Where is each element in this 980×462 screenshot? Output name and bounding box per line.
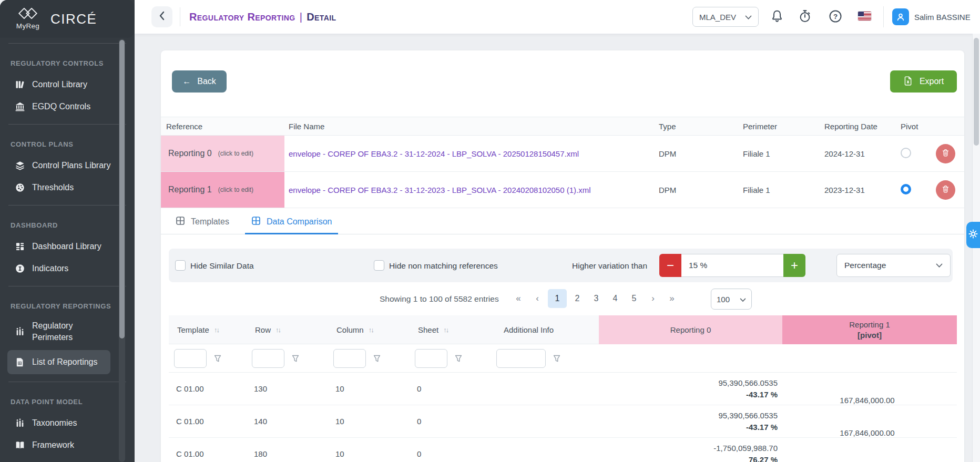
- header-divider: [883, 6, 884, 27]
- user-avatar[interactable]: [892, 8, 909, 25]
- notifications-bell-icon[interactable]: [770, 9, 784, 24]
- prev-page-button[interactable]: ‹: [529, 289, 546, 308]
- variation-value-input[interactable]: [681, 254, 783, 277]
- next-page-button[interactable]: ›: [645, 289, 661, 308]
- back-button[interactable]: ← Back: [172, 70, 227, 93]
- page-button-1[interactable]: 1: [548, 289, 567, 308]
- page-title-detail: Detail: [307, 11, 336, 23]
- sidebar-scrollbar-thumb[interactable]: [119, 40, 125, 338]
- sidebar-item-list-of-reportings[interactable]: List of Reportings: [7, 350, 110, 374]
- sidebar-item-control-plans-library[interactable]: Control Plans Library: [0, 156, 117, 176]
- chevron-down-icon: [740, 295, 746, 304]
- sidebar-item-taxonomies[interactable]: Taxonomies: [0, 413, 117, 433]
- sidebar-item-egdq-controls[interactable]: EGDQ Controls: [0, 97, 117, 117]
- reference-cell[interactable]: Reporting 1 (click to edit): [161, 172, 284, 208]
- page-button-4[interactable]: 4: [607, 289, 624, 308]
- sidebar-item-thresholds[interactable]: Thresholds: [0, 178, 117, 198]
- user-name[interactable]: Salim BASSINE: [914, 0, 971, 34]
- last-page-button[interactable]: »: [663, 289, 680, 308]
- sidebar-scrollbar[interactable]: [119, 39, 125, 462]
- page-size-select[interactable]: 100: [711, 289, 752, 310]
- bar-chart-icon: [15, 326, 25, 337]
- myreg-diamonds-icon: [16, 8, 40, 21]
- page-title: Regulatory Reporting | Detail: [189, 0, 336, 34]
- header-back-button[interactable]: [151, 6, 172, 27]
- additional-info-filter-input[interactable]: [496, 349, 546, 368]
- hide-non-matching-checkbox[interactable]: [374, 260, 384, 271]
- funnel-icon[interactable]: [454, 354, 463, 363]
- reporting0-variation: -43.17 %: [746, 389, 778, 401]
- grid-icon: [15, 241, 25, 252]
- svg-text:?: ?: [833, 13, 838, 20]
- template-filter-input[interactable]: [174, 349, 207, 368]
- sort-icon[interactable]: ↑↓: [214, 326, 219, 334]
- environment-select[interactable]: MLA_DEV: [692, 7, 759, 27]
- data-table-header: Template ↑↓ Row ↑↓ Column ↑↓ Sheet ↑↓: [169, 315, 957, 344]
- data-row-3[interactable]: C 01.00 180 10 0 -1,750,059,988.70 76.27…: [169, 438, 957, 462]
- tab-data-comparison[interactable]: Data Comparison: [245, 210, 339, 234]
- page-button-2[interactable]: 2: [569, 289, 586, 308]
- column-cell: 10: [328, 373, 410, 405]
- tab-label: Templates: [191, 217, 229, 227]
- help-icon[interactable]: ?: [828, 9, 843, 24]
- gear-icon: [968, 229, 978, 241]
- variation-increase-button[interactable]: +: [783, 254, 805, 277]
- language-flag-us-icon[interactable]: [858, 12, 871, 20]
- page-size-value: 100: [717, 295, 730, 304]
- hide-similar-checkbox[interactable]: [175, 260, 186, 271]
- export-button[interactable]: Export: [890, 70, 957, 93]
- header-divider: [180, 7, 180, 26]
- sort-icon[interactable]: ↑↓: [275, 326, 280, 334]
- data-row-2[interactable]: C 01.00 140 10 0 95,390,566.0535 -43.17 …: [169, 405, 957, 438]
- sidebar-item-control-library[interactable]: Control Library: [0, 75, 117, 95]
- settings-gear-button[interactable]: [966, 222, 980, 248]
- report-file-icon: [15, 357, 25, 367]
- reporting0-variation: 76.27 %: [749, 454, 778, 462]
- delete-reporting-button[interactable]: [936, 180, 955, 200]
- sidebar-item-label: Regulatory Perimeters: [32, 320, 111, 343]
- app-window: MyReg CIRCÉ REGULATORY CONTROLS Control …: [0, 0, 980, 462]
- file-name-link[interactable]: envelope - COREP OF EBA3.2 - 31-12-2024 …: [289, 149, 579, 158]
- column-filter-input[interactable]: [333, 349, 366, 368]
- reporting0-value: 95,390,566.0535: [718, 410, 778, 422]
- pivot-radio-selected[interactable]: [901, 184, 911, 194]
- delete-reporting-button[interactable]: [936, 144, 955, 163]
- first-page-button[interactable]: «: [510, 289, 527, 308]
- sidebar-item-framework[interactable]: Framework: [0, 435, 117, 455]
- funnel-icon[interactable]: [213, 354, 222, 363]
- page-scrollbar-thumb[interactable]: [974, 38, 979, 146]
- sort-icon[interactable]: ↑↓: [443, 326, 448, 334]
- reference-cell[interactable]: Reporting 0 (click to edit): [161, 136, 284, 171]
- variation-mode-select[interactable]: Percentage: [836, 254, 951, 277]
- additional-info-cell: [491, 405, 599, 437]
- chevron-down-icon: [936, 261, 943, 270]
- bar-chart-icon: [15, 418, 25, 428]
- info-circle-icon: [15, 263, 25, 274]
- sort-icon[interactable]: ↑↓: [369, 326, 373, 334]
- file-name-link[interactable]: envelope - COREP OF EBA3.2 - 31-12-2023 …: [289, 186, 591, 194]
- page-button-5[interactable]: 5: [626, 289, 642, 308]
- funnel-icon[interactable]: [553, 354, 561, 363]
- sidebar-item-label: Framework: [32, 440, 74, 450]
- bank-icon: [15, 101, 25, 112]
- row-cell: 140: [247, 405, 328, 437]
- variation-decrease-button[interactable]: −: [659, 254, 681, 277]
- pivot-radio[interactable]: [901, 148, 911, 158]
- sidebar-item-dashboard-library[interactable]: Dashboard Library: [0, 237, 117, 256]
- reporting0-variation: -43.17 %: [746, 422, 778, 433]
- funnel-icon[interactable]: [291, 354, 300, 363]
- row-filter-input[interactable]: [252, 349, 284, 368]
- sidebar-item-regulatory-perimeters[interactable]: Regulatory Perimeters: [0, 317, 117, 346]
- data-row-1[interactable]: C 01.00 130 10 0 95,390,566.0535 -43.17 …: [169, 373, 957, 405]
- app-logo[interactable]: MyReg CIRCÉ: [0, 0, 135, 38]
- page-button-3[interactable]: 3: [588, 289, 605, 308]
- funnel-icon[interactable]: [373, 354, 381, 363]
- sidebar-divider: [8, 124, 126, 125]
- chevron-left-icon: [158, 11, 166, 23]
- stopwatch-icon[interactable]: [798, 9, 812, 24]
- tab-templates[interactable]: Templates: [169, 210, 236, 234]
- type-cell: DPM: [655, 186, 739, 194]
- back-button-label: Back: [197, 77, 216, 86]
- sidebar-item-indicators[interactable]: Indicators: [0, 259, 117, 279]
- sheet-filter-input[interactable]: [415, 349, 447, 368]
